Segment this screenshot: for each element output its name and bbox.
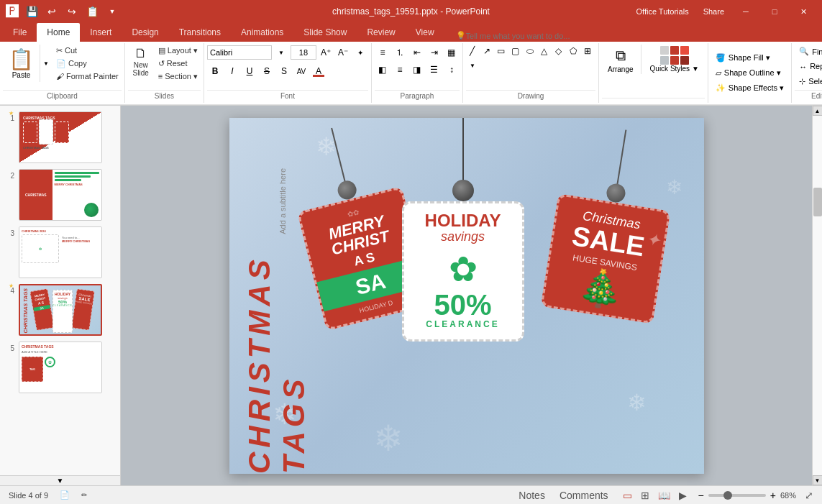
redo-button[interactable]: ↪ [63,3,81,20]
minimize-button[interactable]: ─ [733,1,759,22]
scroll-track[interactable] [813,116,822,475]
tag-center-holiday: HOLIDAY [413,212,513,229]
shape-rect[interactable]: ▭ [495,45,508,58]
zoom-out-button[interactable]: − [698,490,704,501]
section-button[interactable]: ≡ Section ▾ [155,70,201,83]
replace-button[interactable]: ↔ Replace ▾ [795,60,822,73]
increase-indent-button[interactable]: ⇥ [426,45,442,60]
strikethrough-button[interactable]: S [259,63,275,79]
drawing-label: Drawing [466,90,595,101]
font-size-increase[interactable]: A⁺ [318,45,334,60]
quick-styles-button[interactable]: Quick Styles ▼ [644,45,705,74]
line-spacing-button[interactable]: ↕ [444,62,460,78]
font-name-dropdown[interactable]: ▼ [273,45,289,60]
replace-icon: ↔ [799,63,807,71]
tab-file[interactable]: File [3,23,37,42]
tab-view[interactable]: View [406,23,444,42]
tab-home[interactable]: Home [37,23,80,42]
shape-effects-button[interactable]: ✨ Shape Effects ▾ [711,82,788,94]
align-center-button[interactable]: ≡ [392,62,408,78]
save-button[interactable]: 💾 [23,3,40,20]
slideshow-view-button[interactable]: ▶ [676,488,690,503]
copy-button[interactable]: 📄 Copy [53,58,122,70]
vertical-scrollbar[interactable]: ▲ ▼ [812,106,822,485]
bullets-button[interactable]: ≡ [375,45,391,60]
slide-area: ❄ ❄ ❄ ❄ ❄ ❄ CHRISTMAS TAGS Add a subtitl… [121,106,822,485]
paste-dropdown[interactable]: ▼ [40,45,52,82]
align-right-button[interactable]: ◨ [409,62,425,78]
shape-outline-button[interactable]: ▱ Shape Outline ▾ [711,67,785,79]
shape-more[interactable]: ⊞ [581,45,594,58]
zoom-in-button[interactable]: + [770,490,776,501]
scroll-down-button[interactable]: ▼ [813,475,823,485]
shape-line[interactable]: ╱ [466,45,479,58]
format-painter-button[interactable]: 🖌 Format Painter [53,70,122,82]
italic-button[interactable]: I [224,63,240,79]
quick-access-dropdown[interactable]: ▼ [104,3,121,20]
maximize-button[interactable]: □ [762,1,787,22]
fit-window-button[interactable]: ⤢ [805,490,813,501]
shape-oval[interactable]: ⬭ [524,45,536,58]
char-spacing-button[interactable]: AV [293,63,309,79]
paragraph-label: Paragraph [375,90,460,101]
cut-button[interactable]: ✂ Cut [53,45,122,57]
tab-transitions[interactable]: Transitions [169,23,231,42]
slide-thumb-4[interactable]: 4 CHRISTMAS TAGS MERRY CHRIST A S SA [4,284,116,336]
reading-view-button[interactable]: 📖 [655,488,673,503]
slide-thumb-1[interactable]: 1 CHRISTMAS TAGS CHRISTMAS TA [4,111,116,163]
undo-button[interactable]: ↩ [43,3,60,20]
slide-thumb-5[interactable]: 5 CHRISTMAS TAGS ADD A TITLE HERE TAG ✿ [4,342,116,393]
align-left-button[interactable]: ◧ [375,62,391,78]
layout-button[interactable]: ▤ Layout ▾ [155,45,201,57]
tab-slideshow[interactable]: Slide Show [293,23,357,42]
numbering-button[interactable]: ⒈ [392,45,408,60]
slide-sorter-button[interactable]: ⊞ [638,488,652,503]
presentation-view-button[interactable]: 📋 [83,3,101,20]
bold-button[interactable]: B [207,63,223,79]
paste-area: 📋 Paste ▼ [3,45,52,82]
window-title: christmas_tags_19591.pptx - PowerPoint [332,6,490,17]
tell-me-input[interactable] [466,32,610,40]
select-button[interactable]: ⊹ Select ▾ [795,75,822,88]
arrange-button[interactable]: ⧉ Arrange [602,45,639,76]
slide-thumb-3[interactable]: 3 CHRISTMAS 2024 ✿ You need to... MERRY … [4,226,116,278]
tab-design[interactable]: Design [122,23,168,42]
tab-insert[interactable]: Insert [80,23,122,42]
text-shadow-button[interactable]: S [276,63,292,79]
office-tutorials-button[interactable]: Office Tutorials [630,1,694,22]
reset-button[interactable]: ↺ Reset [155,58,201,70]
shape-diamond[interactable]: ◇ [552,45,565,58]
scroll-up-button[interactable]: ▲ [813,106,823,116]
comments-button[interactable]: Comments [557,488,611,503]
tab-review[interactable]: Review [357,23,405,42]
paste-button[interactable]: 📋 Paste [3,45,40,82]
shape-arrow[interactable]: ↗ [480,45,493,58]
notes-button[interactable]: Notes [516,488,548,503]
share-button[interactable]: Share [698,1,730,22]
slide-panel-scroll-down[interactable]: ▼ [0,475,120,485]
scroll-thumb[interactable] [813,188,822,216]
find-button[interactable]: 🔍 Find [795,45,822,58]
shapes-dropdown[interactable]: ▼ [466,59,479,72]
font-size-input[interactable] [291,45,316,60]
decrease-indent-button[interactable]: ⇤ [409,45,425,60]
slide-thumb-2[interactable]: 2 CHRISTMAS MERRY CHRISTMAS [4,169,116,221]
close-button[interactable]: ✕ [790,1,816,22]
columns-button[interactable]: ▦ [444,45,460,60]
shape-triangle[interactable]: △ [538,45,551,58]
shape-pentagon[interactable]: ⬠ [567,45,580,58]
canvas-area[interactable]: ❄ ❄ ❄ ❄ ❄ ❄ CHRISTMAS TAGS Add a subtitl… [121,106,812,485]
clear-formatting-button[interactable]: ✦ [352,45,368,60]
font-size-decrease[interactable]: A⁻ [335,45,351,60]
new-slide-button[interactable]: 🗋 NewSlide [128,45,154,79]
normal-view-button[interactable]: ▭ [620,488,635,503]
shape-rounded-rect[interactable]: ▢ [509,45,522,58]
slide-panel-scroll[interactable]: 1 CHRISTMAS TAGS CHRISTMAS TA [0,106,120,475]
shape-fill-button[interactable]: 🪣 Shape Fill ▾ [711,52,775,64]
tab-animations[interactable]: Animations [231,23,293,42]
justify-button[interactable]: ☰ [426,62,442,78]
underline-button[interactable]: U [242,63,257,79]
zoom-slider[interactable] [708,494,766,497]
font-name-input[interactable] [207,45,272,60]
font-color-button[interactable]: A [311,63,326,79]
